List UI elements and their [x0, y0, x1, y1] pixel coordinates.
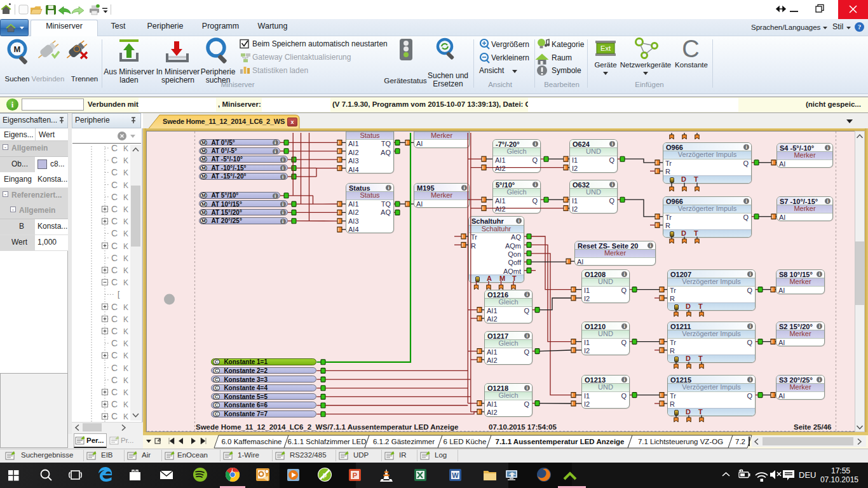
- svg-text:6.1.2 Gästezimmer: 6.1.2 Gästezimmer: [373, 438, 435, 445]
- svg-text:7.2: 7.2: [735, 438, 745, 445]
- svg-text:C: C: [111, 338, 118, 348]
- svg-text:K: K: [123, 181, 128, 190]
- svg-text:K: K: [123, 193, 128, 202]
- svg-text:6.1.1 Schlafzimmer LED: 6.1.1 Schlafzimmer LED: [288, 438, 367, 445]
- svg-text:K: K: [123, 400, 128, 409]
- svg-text:C: C: [111, 216, 118, 226]
- svg-text:C: C: [111, 375, 118, 385]
- svg-text:P: P: [353, 471, 357, 479]
- svg-text:C: C: [111, 399, 118, 409]
- svg-text:K: K: [123, 315, 128, 324]
- svg-text:K: K: [123, 376, 128, 385]
- svg-text:K: K: [123, 229, 128, 238]
- svg-text:K: K: [123, 156, 128, 165]
- svg-text:W: W: [452, 471, 459, 479]
- svg-text:C: C: [111, 277, 118, 287]
- svg-text:C: C: [111, 180, 118, 190]
- svg-text:C: C: [111, 350, 118, 360]
- svg-text:C: C: [111, 314, 118, 324]
- svg-text:7.1.1 Aussentemperatur LED Anz: 7.1.1 Aussentemperatur LED Anzeige: [495, 438, 624, 445]
- svg-text:C: C: [111, 265, 118, 275]
- svg-text:K: K: [123, 351, 128, 360]
- svg-text:Ext: Ext: [600, 44, 611, 52]
- svg-text:C: C: [682, 36, 699, 62]
- svg-text:17:55: 17:55: [831, 466, 850, 475]
- svg-text:C: C: [111, 155, 118, 165]
- svg-text:K: K: [123, 388, 128, 397]
- svg-text:K: K: [123, 278, 128, 287]
- svg-text:K: K: [123, 254, 128, 263]
- svg-text:C: C: [111, 363, 118, 373]
- svg-text:C: C: [111, 326, 118, 336]
- svg-text:C: C: [111, 411, 118, 421]
- svg-text:6 LED Küche: 6 LED Küche: [444, 438, 487, 445]
- svg-text:C: C: [111, 241, 118, 251]
- svg-text:K: K: [123, 364, 128, 373]
- svg-text:DEU: DEU: [799, 470, 816, 480]
- svg-text:K: K: [123, 217, 128, 226]
- svg-text:K: K: [123, 266, 128, 275]
- svg-text:C: C: [111, 204, 118, 214]
- svg-text:M: M: [14, 44, 21, 54]
- svg-text:K: K: [123, 303, 128, 312]
- svg-text:C: C: [111, 192, 118, 202]
- svg-text:C: C: [111, 387, 118, 397]
- svg-text:C: C: [111, 302, 118, 312]
- svg-text:[: [: [118, 290, 120, 299]
- svg-text:p: p: [323, 471, 327, 478]
- svg-text:K: K: [123, 144, 128, 153]
- svg-text:K: K: [123, 327, 128, 336]
- svg-text:C: C: [111, 143, 118, 153]
- svg-text:K: K: [123, 205, 128, 214]
- svg-text:K: K: [123, 242, 128, 251]
- svg-text:C: C: [111, 167, 118, 177]
- svg-text:K: K: [123, 168, 128, 177]
- svg-text:K: K: [123, 412, 128, 421]
- svg-text:C: C: [111, 253, 118, 263]
- svg-text:6.0 Kaffemaschine: 6.0 Kaffemaschine: [221, 438, 281, 445]
- svg-text:C: C: [111, 228, 118, 238]
- svg-text:07.10.2015: 07.10.2015: [820, 475, 858, 484]
- svg-text:K: K: [123, 339, 128, 348]
- svg-text:7.1 Lichtsteuerung VZ-OG: 7.1 Lichtsteuerung VZ-OG: [638, 438, 723, 445]
